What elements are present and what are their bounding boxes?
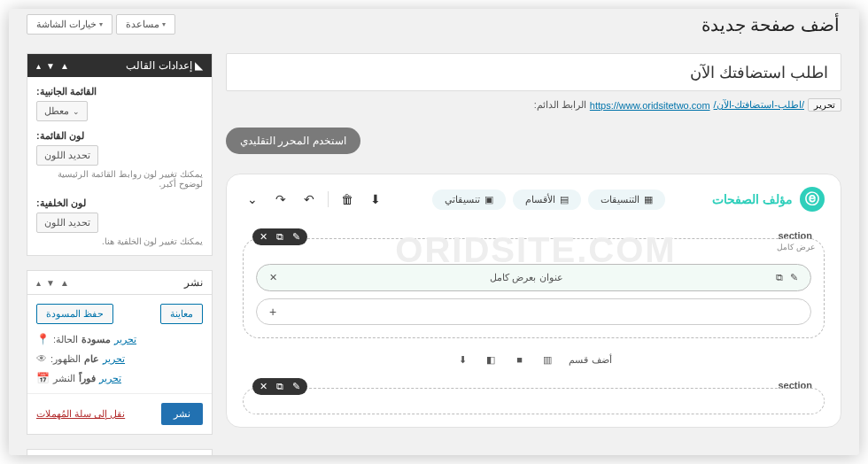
download-icon[interactable]: ⬇: [366, 189, 385, 209]
block-copy-icon[interactable]: ⧉: [776, 272, 783, 283]
panel-up-icon[interactable]: ▲: [60, 61, 69, 71]
my-formats-pill[interactable]: ▣تنسيقاتي: [432, 189, 506, 210]
section-close-icon[interactable]: ✕: [260, 231, 267, 243]
add-section-row: أضف قسم ▥ ■ ◧ ⬇: [243, 352, 825, 367]
section-copy-icon[interactable]: ⧉: [276, 231, 283, 243]
panel-down-icon[interactable]: ▼: [46, 278, 55, 288]
trash-icon[interactable]: 🗑: [337, 189, 357, 209]
side-menu-select[interactable]: ⌄معطل: [36, 101, 88, 121]
status-edit-link[interactable]: تحرير: [114, 334, 136, 345]
eye-icon: 👁: [36, 352, 47, 365]
bg-color-label: لون الخلفية:: [36, 197, 203, 209]
chevron-down-icon[interactable]: ⌄: [243, 189, 262, 209]
layout-2col-icon[interactable]: ▥: [540, 352, 554, 367]
bg-color-help: يمكنك تغيير لون الخلفية هنا.: [36, 236, 203, 246]
layout-full-icon[interactable]: ■: [512, 352, 526, 367]
menu-color-picker[interactable]: تحديد اللون: [36, 145, 98, 166]
section-copy-icon[interactable]: ⧉: [276, 381, 283, 392]
section-toolbar: ✎ ⧉ ✕: [252, 228, 307, 245]
permalink-label: الرابط الدائم:: [534, 99, 586, 111]
publish-button[interactable]: نشر: [161, 403, 203, 425]
inner-block[interactable]: ✎ ⧉ عنوان بعرض كامل ✕: [256, 264, 811, 291]
layout-split-icon[interactable]: ◧: [484, 352, 498, 367]
sections-icon: ▤: [560, 194, 569, 205]
section-close-icon[interactable]: ✕: [260, 381, 267, 392]
side-menu-label: القائمة الجانبية:: [36, 86, 203, 97]
sections-pill[interactable]: ▤الأقسام: [513, 189, 581, 210]
classic-editor-button[interactable]: استخدم المحرر التقليدي: [226, 128, 360, 154]
visibility-value: عام: [84, 353, 99, 365]
panel-down-icon[interactable]: ▼: [46, 61, 55, 71]
publish-panel-title: نشر: [184, 276, 203, 289]
menu-color-label: لون القائمة:: [36, 130, 203, 142]
page-heading: أضف صفحة جديدة: [701, 14, 840, 35]
section-edit-icon[interactable]: ✎: [292, 231, 300, 243]
page-title-input[interactable]: [226, 53, 841, 91]
section-container: عرض كامل ✎ ⧉ ✕ ✎ ⧉ عنوان بعرض كامل ✕: [243, 238, 825, 338]
section-toolbar-2: ✎ ⧉ ✕: [252, 378, 307, 395]
schedule-value: فوراً: [79, 373, 96, 384]
publish-panel: نشر ▲▼▴ معاينة حفظ المسودة تحرير مسودة ا…: [27, 270, 213, 435]
calendar-icon: 📅: [36, 372, 50, 384]
permalink-base[interactable]: https://www.oridsitetwo.com: [590, 100, 710, 111]
add-section-label: أضف قسم: [569, 354, 611, 366]
block-edit-icon[interactable]: ✎: [790, 272, 798, 283]
preview-button[interactable]: معاينة: [160, 304, 203, 324]
block-close-icon[interactable]: ✕: [269, 272, 277, 283]
section-edit-icon[interactable]: ✎: [292, 381, 300, 392]
permalink-row: الرابط الدائم: https://www.oridsitetwo.c…: [226, 98, 841, 112]
builder-brand: ⓔ مؤلف الصفحات: [712, 187, 825, 212]
status-value: مسودة: [81, 334, 111, 345]
builder-logo-icon: ⓔ: [800, 187, 825, 212]
save-draft-button[interactable]: حفظ المسودة: [36, 304, 113, 324]
help-tab[interactable]: مساعدة: [116, 14, 175, 35]
my-formats-icon: ▣: [484, 194, 493, 205]
bg-color-picker[interactable]: تحديد اللون: [36, 213, 98, 233]
page-builder: ⓔ مؤلف الصفحات ▦التنسيقات ▤الأقسام ▣تنسي…: [226, 174, 841, 428]
formats-icon: ▦: [644, 194, 653, 205]
redo-icon[interactable]: ↷: [271, 189, 291, 209]
page-attributes-panel: خصائص الصفحة ▴: [27, 449, 213, 455]
undo-icon[interactable]: ↶: [299, 189, 319, 209]
status-label: الحالة:: [53, 334, 78, 345]
trash-link[interactable]: نقل إلى سلة المُهملات: [36, 408, 125, 420]
layout-download-icon[interactable]: ⬇: [455, 352, 469, 367]
pin-icon: 📍: [36, 333, 50, 345]
template-settings-panel: ◣ إعدادات القالب ▲▼▴ القائمة الجانبية: ⌄…: [27, 53, 213, 256]
section-subtitle: عرض كامل: [777, 243, 815, 251]
template-panel-title: ◣ إعدادات القالب: [126, 59, 203, 72]
visibility-edit-link[interactable]: تحرير: [103, 353, 125, 365]
add-block-button[interactable]: +: [256, 298, 811, 325]
schedule-label: النشر: [53, 373, 75, 384]
menu-color-help: يمكنك تغيير لون روابط القائمة الرئيسية ل…: [36, 169, 203, 189]
section-container-2: ✎ ⧉ ✕: [243, 388, 825, 414]
screen-options-tab[interactable]: خيارات الشاشة: [27, 14, 112, 35]
permalink-slug[interactable]: /اطلب-استضافتك-الآن/: [714, 99, 804, 111]
visibility-label: الظهور:: [50, 353, 81, 365]
formats-pill[interactable]: ▦التنسيقات: [588, 189, 665, 210]
panel-toggle-icon[interactable]: ▴: [36, 278, 41, 288]
panel-up-icon[interactable]: ▲: [60, 278, 69, 288]
permalink-edit-button[interactable]: تحرير: [808, 98, 841, 112]
panel-toggle-icon[interactable]: ▴: [36, 61, 41, 71]
schedule-edit-link[interactable]: تحرير: [99, 373, 121, 384]
block-title: عنوان بعرض كامل: [490, 272, 562, 283]
divider: [328, 191, 329, 207]
